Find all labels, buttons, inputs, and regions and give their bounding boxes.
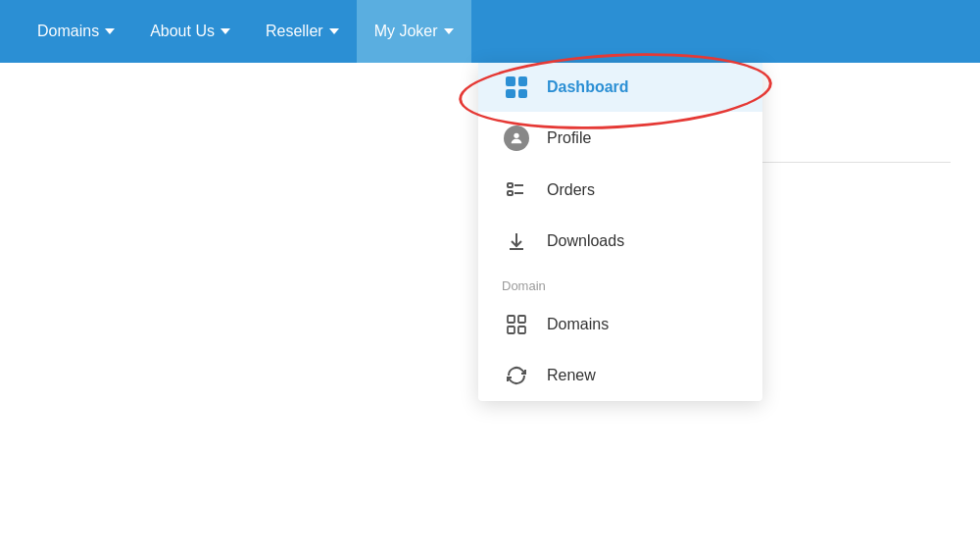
nav-label-domains: Domains [37, 23, 99, 40]
svg-rect-1 [508, 183, 513, 187]
domains-menu-icon [502, 313, 531, 336]
dropdown-item-dashboard[interactable]: Dashboard [478, 63, 762, 112]
dropdown-label-renew: Renew [547, 367, 596, 384]
main-content: Dashboard Profile [0, 63, 980, 553]
caret-icon [444, 28, 454, 34]
caret-icon [220, 28, 230, 34]
nav-item-my-joker[interactable]: My Joker [357, 0, 471, 63]
orders-icon [502, 178, 531, 202]
section-label-domain: Domain [478, 267, 762, 299]
nav-label-my-joker: My Joker [374, 23, 438, 40]
svg-point-0 [514, 133, 518, 138]
caret-icon [329, 28, 339, 34]
dropdown-item-renew[interactable]: Renew [478, 350, 762, 401]
svg-rect-8 [508, 327, 514, 333]
dropdown-label-profile: Profile [547, 129, 591, 147]
dropdown-label-orders: Orders [547, 181, 595, 199]
svg-rect-3 [508, 191, 513, 195]
dropdown-menu: Dashboard Profile [478, 63, 762, 401]
dropdown-item-domains[interactable]: Domains [478, 299, 762, 350]
dropdown-label-domains: Domains [547, 316, 609, 333]
nav-item-domains[interactable]: Domains [20, 0, 132, 63]
svg-rect-9 [518, 327, 525, 333]
navbar: Domains About Us Reseller My Joker [0, 0, 980, 63]
dashboard-icon [502, 76, 531, 98]
dropdown-item-downloads[interactable]: Downloads [478, 216, 762, 267]
dropdown-item-orders[interactable]: Orders [478, 165, 762, 216]
dropdown-label-downloads: Downloads [547, 232, 624, 250]
downloads-icon [502, 229, 531, 253]
profile-icon [502, 126, 531, 151]
nav-item-reseller[interactable]: Reseller [248, 0, 357, 63]
svg-rect-6 [508, 316, 514, 323]
renew-icon [502, 364, 531, 387]
nav-item-about-us[interactable]: About Us [132, 0, 248, 63]
dropdown-label-dashboard: Dashboard [547, 78, 629, 96]
dropdown-item-profile[interactable]: Profile [478, 112, 762, 165]
nav-label-about-us: About Us [150, 23, 215, 40]
nav-label-reseller: Reseller [266, 23, 323, 40]
caret-icon [105, 28, 115, 34]
svg-rect-7 [518, 316, 525, 323]
